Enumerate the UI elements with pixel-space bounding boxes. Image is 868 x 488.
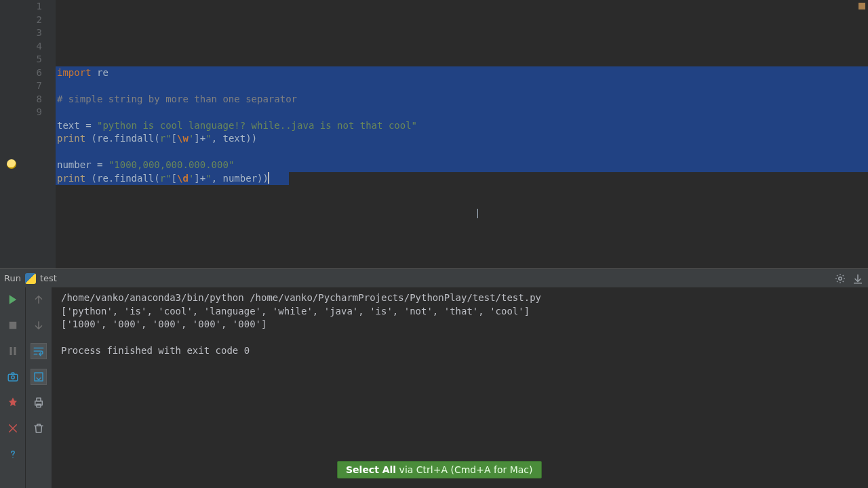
svg-point-6 (11, 376, 14, 380)
scroll-end-button[interactable] (31, 369, 47, 385)
text-cursor (477, 209, 478, 218)
code-area[interactable]: – import re # simple string by more than… (56, 0, 868, 268)
code-line-3[interactable]: # simple string by more than one separat… (56, 93, 868, 106)
run-panel-header: Run test (0, 268, 868, 287)
code-line-1[interactable]: import re (56, 66, 868, 80)
rerun-button[interactable] (5, 291, 21, 308)
svg-rect-3 (9, 347, 12, 355)
code-line-5[interactable]: text = "python is cool language!? while.… (56, 119, 868, 133)
print-button[interactable] (31, 394, 47, 411)
up-button[interactable] (31, 291, 47, 308)
code-line-2[interactable] (56, 79, 868, 93)
error-stripe-mark (859, 3, 865, 9)
svg-point-0 (839, 277, 842, 280)
code-line-9[interactable]: print (re.findall(r"[\d']+", number)) (56, 172, 868, 186)
svg-rect-2 (9, 322, 16, 329)
console-output[interactable]: /home/vanko/anaconda3/bin/python /home/v… (52, 287, 868, 488)
run-config-name: test (40, 273, 57, 283)
pin-button[interactable] (5, 394, 21, 411)
tip-bold: Select All (346, 464, 396, 475)
pause-button[interactable] (5, 343, 21, 359)
svg-rect-5 (8, 374, 18, 381)
intention-bulb-icon[interactable] (7, 159, 16, 169)
tip-bubble: Select All via Ctrl+A (Cmd+A for Mac) (337, 461, 542, 479)
run-panel: /home/vanko/anaconda3/bin/python /home/v… (0, 287, 868, 488)
gutter: 123456789 (0, 0, 56, 268)
python-icon (25, 273, 36, 284)
code-line-8[interactable]: number = "1000,000,000.000.000" (56, 159, 868, 172)
stop-button[interactable] (5, 317, 21, 333)
wrap-button[interactable] (31, 343, 47, 359)
trash-button[interactable] (31, 420, 47, 436)
dump-threads-button[interactable] (5, 369, 21, 385)
run-toolbar-right (26, 287, 52, 488)
code-line-6[interactable]: print (re.findall(r"[\w']+", text)) (56, 132, 868, 146)
help-button[interactable] (5, 446, 21, 462)
run-label: Run (4, 273, 21, 283)
down-button[interactable] (31, 317, 47, 333)
close-button[interactable] (5, 420, 21, 436)
editor[interactable]: 123456789 – import re # simple string by… (0, 0, 868, 268)
hide-icon[interactable] (852, 272, 864, 285)
settings-icon[interactable] (834, 272, 846, 285)
tip-rest: via Ctrl+A (Cmd+A for Mac) (396, 464, 532, 475)
svg-marker-1 (9, 295, 16, 304)
svg-rect-4 (14, 347, 16, 355)
svg-rect-9 (37, 398, 41, 401)
code-line-7[interactable] (56, 146, 868, 159)
code-line-4[interactable] (56, 106, 868, 119)
run-toolbar-left (0, 287, 26, 488)
svg-point-7 (12, 458, 14, 459)
